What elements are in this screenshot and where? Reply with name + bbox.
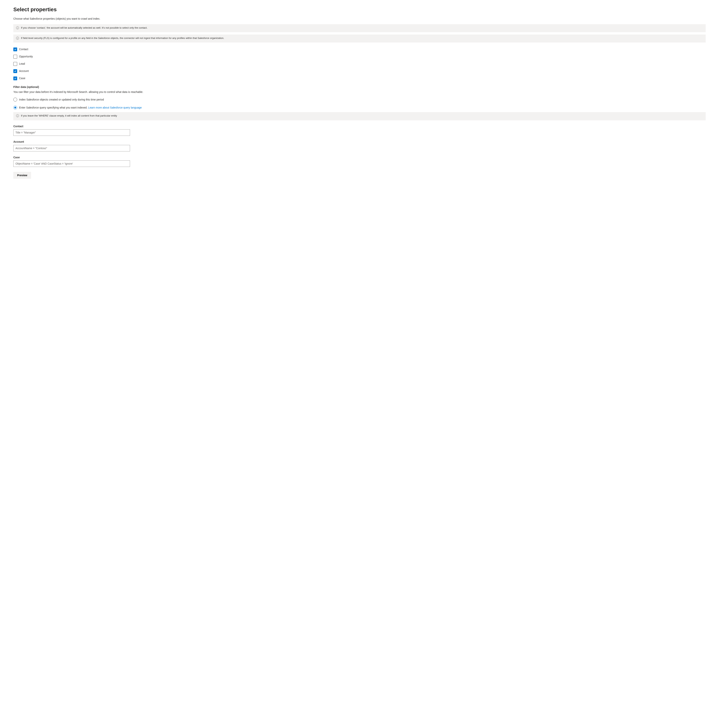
- account-query-group: Account: [13, 140, 706, 151]
- checkbox-box: [13, 62, 17, 66]
- radio-circle: [13, 98, 17, 101]
- checkbox-case[interactable]: Case: [13, 76, 706, 80]
- info-text: If field level security (FLS) is configu…: [21, 37, 703, 40]
- checkbox-account[interactable]: Account: [13, 69, 706, 73]
- svg-point-5: [17, 37, 18, 38]
- radio-label-text: Enter Salesforce query specifying what y…: [19, 106, 87, 109]
- checkbox-box: [13, 69, 17, 73]
- info-icon: [16, 26, 19, 30]
- info-text: If you choose 'contact,' the account wil…: [21, 26, 703, 29]
- checkbox-box: [13, 47, 17, 51]
- field-label: Case: [13, 156, 706, 159]
- info-fls: If field level security (FLS) is configu…: [13, 35, 706, 43]
- preview-button[interactable]: Preview: [13, 172, 31, 179]
- case-query-input[interactable]: [13, 161, 130, 167]
- info-icon: [16, 37, 19, 41]
- svg-point-8: [17, 115, 18, 115]
- learn-more-link[interactable]: Learn more about Salesforce query langua…: [88, 106, 142, 109]
- radio-time-period[interactable]: Index Salesforce objects created or upda…: [13, 98, 706, 101]
- filter-section-title: Filter data (optional): [13, 85, 706, 89]
- filter-section-desc: You can filter your data before it's ind…: [13, 90, 706, 94]
- radio-label: Enter Salesforce query specifying what y…: [19, 106, 142, 110]
- account-query-input[interactable]: [13, 145, 130, 151]
- page-title: Select properties: [13, 6, 706, 13]
- page-subtitle: Choose what Salesforce properties (objec…: [13, 17, 706, 21]
- checkbox-label: Opportunity: [19, 55, 33, 58]
- radio-label: Index Salesforce objects created or upda…: [19, 98, 104, 102]
- radio-circle: [13, 106, 17, 110]
- checkbox-label: Contact: [19, 47, 28, 51]
- checkbox-box: [13, 76, 17, 80]
- checkbox-label: Lead: [19, 62, 25, 66]
- checkbox-contact[interactable]: Contact: [13, 47, 706, 51]
- radio-salesforce-query[interactable]: Enter Salesforce query specifying what y…: [13, 106, 706, 110]
- checkbox-opportunity[interactable]: Opportunity: [13, 55, 706, 58]
- info-icon: [16, 114, 19, 118]
- info-contact-auto: If you choose 'contact,' the account wil…: [13, 24, 706, 32]
- case-query-group: Case: [13, 156, 706, 167]
- properties-checkbox-list: Contact Opportunity Lead Account Case: [13, 47, 706, 80]
- checkbox-label: Account: [19, 69, 29, 73]
- checkbox-lead[interactable]: Lead: [13, 62, 706, 66]
- checkbox-label: Case: [19, 76, 25, 80]
- info-where-clause: If you leave the 'WHERE' clause empty, i…: [13, 112, 706, 120]
- info-text: If you leave the 'WHERE' clause empty, i…: [21, 114, 703, 118]
- checkbox-box: [13, 55, 17, 58]
- field-label: Contact: [13, 125, 706, 128]
- field-label: Account: [13, 140, 706, 144]
- contact-query-input[interactable]: [13, 129, 130, 136]
- contact-query-group: Contact: [13, 125, 706, 136]
